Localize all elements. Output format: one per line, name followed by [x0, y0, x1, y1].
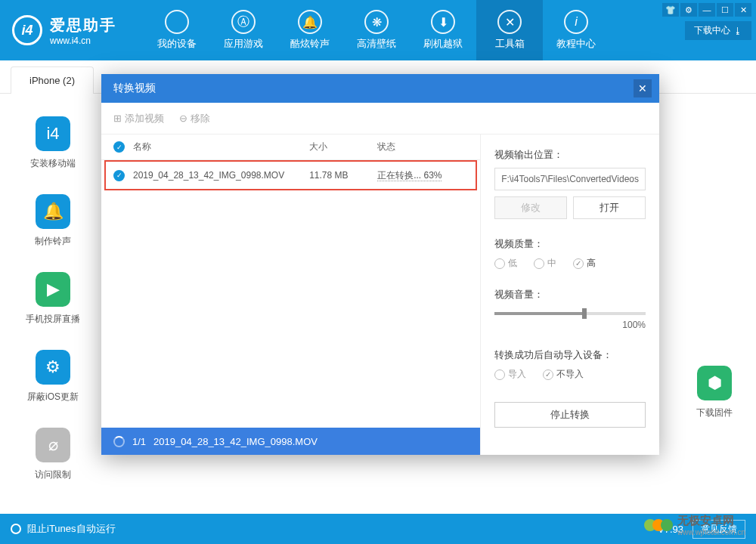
logo-icon: i4: [12, 15, 42, 45]
main-nav: 我的设备 Ⓐ应用游戏 🔔酷炫铃声 ❋高清壁纸 ⬇刷机越狱 ✕工具箱 i教程中心: [144, 0, 609, 60]
volume-value: 100%: [494, 320, 646, 330]
sidebar-block-update[interactable]: ⚙屏蔽iOS更新: [0, 350, 106, 403]
nav-label: 刷机越狱: [423, 37, 463, 51]
volume-slider[interactable]: [494, 312, 646, 315]
list-row[interactable]: ✓ 2019_04_28_13_42_IMG_0998.MOV 11.78 MB…: [101, 160, 480, 190]
status-bar: 阻止iTunes自动运行 V7.93 意见反馈: [0, 514, 756, 544]
app-title: 爱思助手: [50, 15, 116, 36]
nav-label: 教程中心: [556, 37, 596, 51]
modal-progress-bar: 1/1 2019_04_28_13_42_IMG_0998.MOV: [101, 428, 480, 455]
app-header: i4 爱思助手 www.i4.cn 我的设备 Ⓐ应用游戏 🔔酷炫铃声 ❋高清壁纸…: [0, 0, 756, 60]
close-icon[interactable]: ✕: [735, 3, 751, 17]
open-button[interactable]: 打开: [573, 196, 646, 219]
bell-icon: 🔔: [298, 10, 322, 34]
maximize-icon[interactable]: ☐: [717, 3, 733, 17]
modal-close-button[interactable]: ✕: [634, 79, 652, 97]
gear-icon: ⚙: [36, 350, 70, 385]
file-list-pane: ✓ 名称 大小 状态 ✓ 2019_04_28_13_42_IMG_0998.M…: [101, 134, 481, 455]
add-video-button[interactable]: ⊞添加视频: [113, 112, 164, 125]
status-ring-icon: [11, 524, 21, 534]
quality-label: 视频质量：: [494, 237, 646, 251]
modal-titlebar: 转换视频 ✕: [101, 74, 659, 103]
list-header: ✓ 名称 大小 状态: [101, 134, 480, 160]
progress-count: 1/1: [132, 436, 146, 447]
nav-label: 我的设备: [157, 37, 197, 51]
col-name: 名称: [133, 141, 309, 153]
row-status: 正在转换... 63%: [377, 170, 442, 181]
box-icon: ⬇: [431, 10, 455, 34]
nav-my-device[interactable]: 我的设备: [144, 0, 210, 60]
app-subtitle: www.i4.cn: [50, 36, 116, 46]
window-controls: 👕 ⚙ — ☐ ✕: [662, 3, 751, 17]
settings-icon[interactable]: ⚙: [680, 3, 697, 17]
convert-video-modal: 转换视频 ✕ ⊞添加视频 ⊖移除 ✓ 名称 大小 状态 ✓ 2019_04_28…: [101, 74, 659, 455]
tab-iphone[interactable]: iPhone (2): [11, 66, 94, 94]
cube-icon: ⬢: [697, 366, 732, 400]
nav-wallpapers[interactable]: ❋高清壁纸: [343, 0, 410, 60]
apple-icon: [165, 10, 189, 34]
nav-tutorials[interactable]: i教程中心: [543, 0, 609, 60]
import-no[interactable]: 不导入: [543, 368, 584, 381]
output-path-label: 视频输出位置：: [494, 148, 646, 162]
col-size: 大小: [309, 141, 377, 153]
left-sidebar: i4安装移动端 🔔制作铃声 ▶手机投屏直播 ⚙屏蔽iOS更新 ⌀访问限制: [0, 94, 106, 505]
row-check-icon[interactable]: ✓: [113, 170, 125, 181]
watermark-text: 无极安卓网: [677, 514, 745, 528]
ringtone-icon: 🔔: [36, 194, 70, 229]
nav-toolbox[interactable]: ✕工具箱: [476, 0, 543, 60]
nav-label: 酷炫铃声: [290, 37, 330, 51]
remove-icon: ⊖: [179, 113, 187, 124]
key-icon: ⌀: [36, 428, 70, 462]
progress-filename: 2019_04_28_13_42_IMG_0998.MOV: [153, 436, 318, 447]
output-path-input[interactable]: F:\i4Tools7\Files\ConvertedVideos: [494, 168, 646, 190]
status-text[interactable]: 阻止iTunes自动运行: [27, 522, 116, 536]
modal-toolbar: ⊞添加视频 ⊖移除: [101, 103, 659, 134]
watermark-url: www.wjhotel.com.cn: [677, 528, 745, 536]
volume-label: 视频音量：: [494, 288, 646, 301]
add-icon: ⊞: [113, 113, 122, 124]
import-label: 转换成功后自动导入设备：: [494, 348, 646, 362]
install-icon: i4: [36, 116, 70, 151]
modify-button[interactable]: 修改: [494, 196, 567, 219]
remove-button[interactable]: ⊖移除: [179, 112, 210, 125]
watermark: 无极安卓网 www.wjhotel.com.cn: [644, 514, 745, 536]
row-filename: 2019_04_28_13_42_IMG_0998.MOV: [133, 170, 309, 181]
stop-convert-button[interactable]: 停止转换: [494, 402, 646, 428]
nav-ringtones[interactable]: 🔔酷炫铃声: [277, 0, 343, 60]
quality-high[interactable]: 高: [573, 257, 596, 270]
quality-mid[interactable]: 中: [534, 257, 556, 270]
check-all-icon[interactable]: ✓: [113, 141, 125, 153]
tshirt-icon[interactable]: 👕: [662, 3, 679, 17]
spinner-icon: [113, 436, 125, 447]
tools-icon: ✕: [497, 10, 522, 34]
screencast-icon: ▶: [36, 272, 70, 307]
sidebar-download-firmware[interactable]: ⬢下载固件: [673, 366, 756, 419]
download-icon: ⭳: [733, 26, 742, 36]
nav-apps[interactable]: Ⓐ应用游戏: [210, 0, 277, 60]
right-sidebar: ⬢下载固件: [673, 94, 756, 444]
settings-pane: 视频输出位置： F:\i4Tools7\Files\ConvertedVideo…: [481, 134, 659, 455]
sidebar-install-mobile[interactable]: i4安装移动端: [0, 116, 106, 170]
flower-icon: ❋: [364, 10, 389, 34]
quality-low[interactable]: 低: [494, 257, 517, 270]
sidebar-restrictions[interactable]: ⌀访问限制: [0, 428, 106, 481]
nav-label: 高清壁纸: [357, 37, 396, 51]
download-center-button[interactable]: 下载中心 ⭳: [685, 21, 751, 40]
logo: i4 爱思助手 www.i4.cn: [0, 15, 129, 46]
modal-title: 转换视频: [113, 82, 156, 95]
sidebar-make-ringtone[interactable]: 🔔制作铃声: [0, 194, 106, 248]
info-icon: i: [564, 10, 588, 34]
minimize-icon[interactable]: —: [699, 3, 715, 17]
row-size: 11.78 MB: [309, 170, 377, 181]
sidebar-screencast[interactable]: ▶手机投屏直播: [0, 272, 106, 326]
nav-label: 工具箱: [495, 37, 525, 51]
nav-flash[interactable]: ⬇刷机越狱: [410, 0, 476, 60]
nav-label: 应用游戏: [224, 37, 263, 51]
col-status: 状态: [377, 141, 468, 153]
import-yes[interactable]: 导入: [494, 368, 526, 381]
app-icon: Ⓐ: [231, 10, 256, 34]
